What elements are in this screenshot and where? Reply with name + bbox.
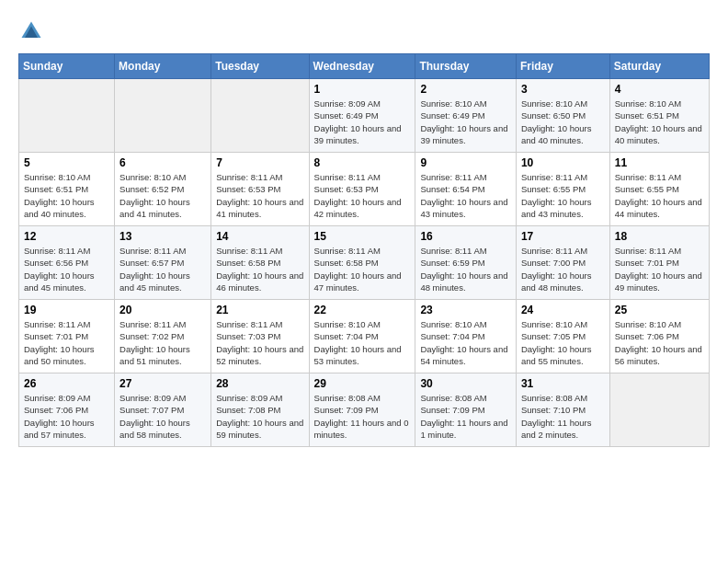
day-number: 1 bbox=[314, 83, 411, 96]
day-info: Sunrise: 8:11 AMSunset: 6:55 PMDaylight:… bbox=[521, 171, 605, 220]
day-info: Sunrise: 8:11 AMSunset: 6:55 PMDaylight:… bbox=[615, 171, 704, 220]
calendar-cell bbox=[609, 373, 709, 447]
day-number: 28 bbox=[216, 377, 303, 390]
day-number: 21 bbox=[216, 304, 303, 316]
day-number: 19 bbox=[24, 304, 109, 316]
calendar-cell bbox=[115, 79, 211, 153]
day-info: Sunrise: 8:10 AMSunset: 7:06 PMDaylight:… bbox=[615, 318, 704, 367]
day-info: Sunrise: 8:11 AMSunset: 7:02 PMDaylight:… bbox=[119, 318, 206, 367]
calendar-row: 1Sunrise: 8:09 AMSunset: 6:49 PMDaylight… bbox=[19, 79, 710, 153]
day-number: 3 bbox=[521, 83, 605, 96]
day-info: Sunrise: 8:11 AMSunset: 7:00 PMDaylight:… bbox=[521, 245, 605, 293]
day-number: 14 bbox=[216, 230, 303, 243]
calendar-row: 26Sunrise: 8:09 AMSunset: 7:06 PMDayligh… bbox=[19, 373, 710, 447]
calendar-cell: 6Sunrise: 8:10 AMSunset: 6:52 PMDaylight… bbox=[115, 153, 211, 226]
weekday-header: Friday bbox=[516, 54, 609, 79]
day-number: 2 bbox=[420, 83, 511, 96]
weekday-header-row: SundayMondayTuesdayWednesdayThursdayFrid… bbox=[19, 54, 710, 79]
day-info: Sunrise: 8:08 AMSunset: 7:10 PMDaylight:… bbox=[521, 392, 605, 441]
day-info: Sunrise: 8:10 AMSunset: 7:05 PMDaylight:… bbox=[521, 318, 605, 367]
day-info: Sunrise: 8:11 AMSunset: 6:53 PMDaylight:… bbox=[216, 171, 303, 220]
day-info: Sunrise: 8:10 AMSunset: 6:51 PMDaylight:… bbox=[615, 98, 704, 146]
calendar-cell: 21Sunrise: 8:11 AMSunset: 7:03 PMDayligh… bbox=[211, 300, 309, 373]
day-number: 27 bbox=[119, 377, 206, 390]
calendar-cell: 24Sunrise: 8:10 AMSunset: 7:05 PMDayligh… bbox=[516, 300, 609, 373]
day-info: Sunrise: 8:09 AMSunset: 7:06 PMDaylight:… bbox=[24, 392, 109, 441]
day-number: 22 bbox=[314, 304, 411, 316]
day-number: 4 bbox=[615, 83, 704, 96]
day-info: Sunrise: 8:11 AMSunset: 6:57 PMDaylight:… bbox=[119, 245, 206, 293]
day-number: 6 bbox=[119, 156, 206, 169]
calendar-cell: 5Sunrise: 8:10 AMSunset: 6:51 PMDaylight… bbox=[19, 153, 115, 226]
calendar-cell: 16Sunrise: 8:11 AMSunset: 6:59 PMDayligh… bbox=[415, 226, 517, 300]
day-number: 9 bbox=[420, 156, 511, 169]
calendar-cell: 20Sunrise: 8:11 AMSunset: 7:02 PMDayligh… bbox=[115, 300, 211, 373]
day-info: Sunrise: 8:11 AMSunset: 6:54 PMDaylight:… bbox=[420, 171, 511, 220]
day-number: 23 bbox=[420, 304, 511, 316]
day-number: 29 bbox=[314, 377, 411, 390]
day-info: Sunrise: 8:11 AMSunset: 7:01 PMDaylight:… bbox=[615, 245, 704, 293]
day-info: Sunrise: 8:10 AMSunset: 6:50 PMDaylight:… bbox=[521, 98, 605, 146]
calendar-row: 12Sunrise: 8:11 AMSunset: 6:56 PMDayligh… bbox=[19, 226, 710, 300]
day-number: 26 bbox=[24, 377, 109, 390]
day-info: Sunrise: 8:11 AMSunset: 6:56 PMDaylight:… bbox=[24, 245, 109, 293]
day-info: Sunrise: 8:08 AMSunset: 7:09 PMDaylight:… bbox=[314, 392, 411, 441]
day-info: Sunrise: 8:09 AMSunset: 7:07 PMDaylight:… bbox=[119, 392, 206, 441]
calendar-cell: 3Sunrise: 8:10 AMSunset: 6:50 PMDaylight… bbox=[516, 79, 609, 153]
weekday-header: Saturday bbox=[609, 54, 709, 79]
day-info: Sunrise: 8:10 AMSunset: 7:04 PMDaylight:… bbox=[420, 318, 511, 367]
day-number: 18 bbox=[615, 230, 704, 243]
day-number: 17 bbox=[521, 230, 605, 243]
calendar-row: 5Sunrise: 8:10 AMSunset: 6:51 PMDaylight… bbox=[19, 153, 710, 226]
day-number: 31 bbox=[521, 377, 605, 390]
calendar-cell: 13Sunrise: 8:11 AMSunset: 6:57 PMDayligh… bbox=[115, 226, 211, 300]
weekday-header: Thursday bbox=[415, 54, 517, 79]
day-number: 20 bbox=[119, 304, 206, 316]
day-number: 15 bbox=[314, 230, 411, 243]
calendar-cell: 28Sunrise: 8:09 AMSunset: 7:08 PMDayligh… bbox=[211, 373, 309, 447]
calendar-cell: 12Sunrise: 8:11 AMSunset: 6:56 PMDayligh… bbox=[19, 226, 115, 300]
calendar-cell: 4Sunrise: 8:10 AMSunset: 6:51 PMDaylight… bbox=[609, 79, 709, 153]
calendar-cell: 9Sunrise: 8:11 AMSunset: 6:54 PMDaylight… bbox=[415, 153, 517, 226]
calendar-cell: 19Sunrise: 8:11 AMSunset: 7:01 PMDayligh… bbox=[19, 300, 115, 373]
calendar-cell: 14Sunrise: 8:11 AMSunset: 6:58 PMDayligh… bbox=[211, 226, 309, 300]
calendar-cell: 17Sunrise: 8:11 AMSunset: 7:00 PMDayligh… bbox=[516, 226, 609, 300]
calendar-cell: 15Sunrise: 8:11 AMSunset: 6:58 PMDayligh… bbox=[309, 226, 415, 300]
day-number: 24 bbox=[521, 304, 605, 316]
logo bbox=[18, 18, 46, 44]
calendar-table: SundayMondayTuesdayWednesdayThursdayFrid… bbox=[18, 53, 710, 447]
calendar-cell: 31Sunrise: 8:08 AMSunset: 7:10 PMDayligh… bbox=[516, 373, 609, 447]
calendar-cell: 1Sunrise: 8:09 AMSunset: 6:49 PMDaylight… bbox=[309, 79, 415, 153]
calendar-cell: 26Sunrise: 8:09 AMSunset: 7:06 PMDayligh… bbox=[19, 373, 115, 447]
calendar-cell: 30Sunrise: 8:08 AMSunset: 7:09 PMDayligh… bbox=[415, 373, 517, 447]
day-info: Sunrise: 8:11 AMSunset: 6:59 PMDaylight:… bbox=[420, 245, 511, 293]
day-number: 10 bbox=[521, 156, 605, 169]
logo-icon bbox=[18, 18, 44, 44]
day-info: Sunrise: 8:09 AMSunset: 6:49 PMDaylight:… bbox=[314, 98, 411, 146]
calendar-cell: 23Sunrise: 8:10 AMSunset: 7:04 PMDayligh… bbox=[415, 300, 517, 373]
day-info: Sunrise: 8:11 AMSunset: 6:53 PMDaylight:… bbox=[314, 171, 411, 220]
day-number: 8 bbox=[314, 156, 411, 169]
day-number: 11 bbox=[615, 156, 704, 169]
day-number: 30 bbox=[420, 377, 511, 390]
day-number: 5 bbox=[24, 156, 109, 169]
day-info: Sunrise: 8:11 AMSunset: 7:03 PMDaylight:… bbox=[216, 318, 303, 367]
day-info: Sunrise: 8:10 AMSunset: 7:04 PMDaylight:… bbox=[314, 318, 411, 367]
calendar-cell: 10Sunrise: 8:11 AMSunset: 6:55 PMDayligh… bbox=[516, 153, 609, 226]
calendar-cell: 29Sunrise: 8:08 AMSunset: 7:09 PMDayligh… bbox=[309, 373, 415, 447]
day-info: Sunrise: 8:11 AMSunset: 7:01 PMDaylight:… bbox=[24, 318, 109, 367]
calendar-cell: 8Sunrise: 8:11 AMSunset: 6:53 PMDaylight… bbox=[309, 153, 415, 226]
calendar-cell bbox=[19, 79, 115, 153]
day-number: 7 bbox=[216, 156, 303, 169]
weekday-header: Monday bbox=[115, 54, 211, 79]
day-number: 12 bbox=[24, 230, 109, 243]
weekday-header: Tuesday bbox=[211, 54, 309, 79]
calendar-row: 19Sunrise: 8:11 AMSunset: 7:01 PMDayligh… bbox=[19, 300, 710, 373]
day-info: Sunrise: 8:11 AMSunset: 6:58 PMDaylight:… bbox=[216, 245, 303, 293]
calendar-cell bbox=[211, 79, 309, 153]
calendar-cell: 11Sunrise: 8:11 AMSunset: 6:55 PMDayligh… bbox=[609, 153, 709, 226]
day-number: 25 bbox=[615, 304, 704, 316]
weekday-header: Wednesday bbox=[309, 54, 415, 79]
calendar-cell: 27Sunrise: 8:09 AMSunset: 7:07 PMDayligh… bbox=[115, 373, 211, 447]
calendar-cell: 25Sunrise: 8:10 AMSunset: 7:06 PMDayligh… bbox=[609, 300, 709, 373]
